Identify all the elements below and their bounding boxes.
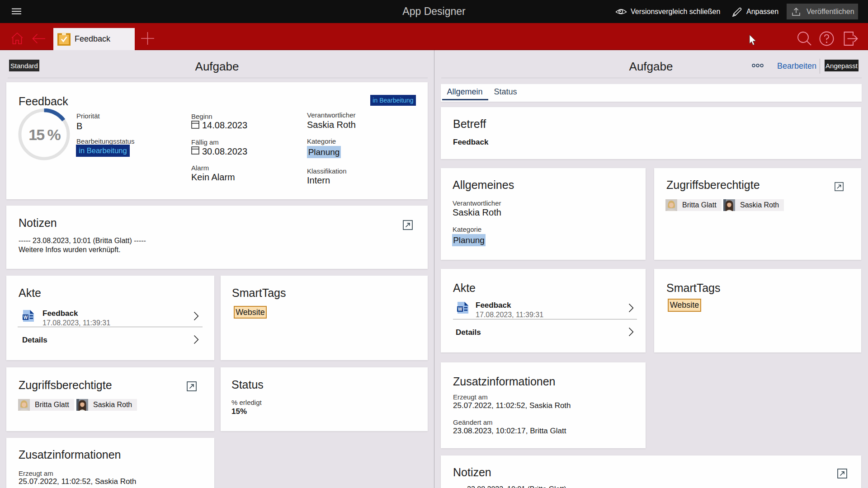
svg-text:W: W xyxy=(24,315,28,320)
svg-text:W: W xyxy=(458,307,462,312)
svg-text:15 %: 15 % xyxy=(28,126,61,143)
